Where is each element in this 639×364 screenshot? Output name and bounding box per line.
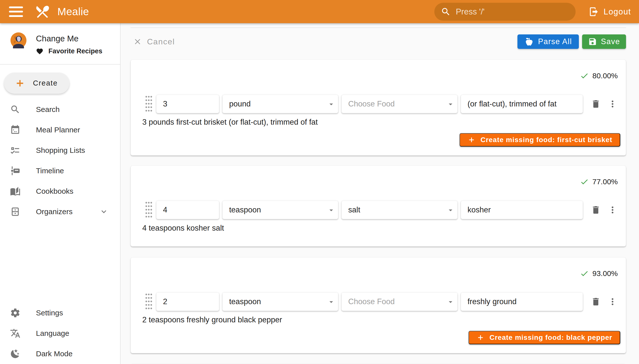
menu-down-icon <box>327 100 335 108</box>
plus-icon <box>468 136 476 144</box>
sidebar-item-language[interactable]: Language <box>0 323 120 344</box>
sidebar-item-organizers[interactable]: Organizers <box>0 202 120 222</box>
delete-button[interactable] <box>591 297 601 307</box>
quantity-input[interactable] <box>156 201 219 219</box>
create-label: Create <box>33 79 58 87</box>
logout-label: Logout <box>603 7 631 16</box>
original-ingredient-text: 2 teaspoons freshly ground black pepper <box>142 316 626 324</box>
search-input[interactable] <box>456 7 569 16</box>
plus-icon <box>15 78 26 89</box>
check-icon <box>580 269 589 278</box>
unit-value: teaspoon <box>229 206 261 214</box>
drag-handle-icon[interactable] <box>145 95 153 113</box>
create-missing-food-button[interactable]: Create missing food: first-cut brisket <box>460 133 620 146</box>
drag-handle-icon[interactable] <box>145 201 153 219</box>
confidence-value: 77.00% <box>592 178 618 186</box>
sidebar-item-label: Meal Planner <box>36 126 80 134</box>
more-options-button[interactable] <box>608 205 617 215</box>
food-select[interactable]: Choose Food <box>341 292 458 311</box>
logout-button[interactable]: Logout <box>585 4 634 20</box>
user-name: Change Me <box>36 34 102 44</box>
chevron-down-icon <box>99 207 109 216</box>
search-bar[interactable] <box>434 3 576 21</box>
favorite-recipes-label: Favorite Recipes <box>48 47 102 55</box>
favorite-recipes-link[interactable]: Favorite Recipes <box>36 47 102 55</box>
note-input[interactable] <box>461 292 583 311</box>
kebab-icon <box>608 99 617 109</box>
quantity-input[interactable] <box>156 292 219 311</box>
menu-down-icon <box>327 298 335 306</box>
mealie-logo-icon[interactable] <box>35 4 50 20</box>
create-missing-food-label: Create missing food: black pepper <box>490 334 612 342</box>
confidence-value: 93.00% <box>592 269 618 278</box>
food-value: salt <box>348 206 360 214</box>
check-icon <box>580 177 589 186</box>
sidebar-item-label: Language <box>36 329 69 338</box>
parse-all-label: Parse All <box>538 37 572 46</box>
note-input[interactable] <box>461 95 583 113</box>
unit-select[interactable]: teaspoon <box>223 201 338 219</box>
drawer-icon <box>10 206 21 217</box>
sidebar-item-timeline[interactable]: Timeline <box>0 160 120 181</box>
ingredient-card: 93.00% teaspoon Choose Food <box>131 257 626 353</box>
kebab-icon <box>608 205 617 215</box>
save-icon <box>588 37 597 46</box>
note-input[interactable] <box>461 201 583 219</box>
search-icon <box>441 7 451 17</box>
sidebar-item-dark-mode[interactable]: Dark Mode <box>0 344 120 364</box>
food-select[interactable]: Choose Food <box>341 95 458 113</box>
drag-handle-icon[interactable] <box>145 292 153 311</box>
menu-down-icon <box>446 100 455 108</box>
moon-icon <box>10 348 21 359</box>
quantity-value[interactable] <box>163 100 215 108</box>
sidebar-item-meal-planner[interactable]: Meal Planner <box>0 120 120 140</box>
sidebar-item-cookbooks[interactable]: Cookbooks <box>0 181 120 202</box>
delete-button[interactable] <box>591 205 601 215</box>
app-bar: Mealie Logout <box>0 0 639 23</box>
checklist-icon <box>10 145 21 156</box>
note-value[interactable] <box>468 100 579 108</box>
logout-icon <box>589 6 599 17</box>
sidebar-item-shopping-lists[interactable]: Shopping Lists <box>0 140 120 160</box>
menu-icon[interactable] <box>9 6 23 17</box>
quantity-value[interactable] <box>163 297 215 306</box>
quantity-value[interactable] <box>163 206 215 214</box>
menu-down-icon <box>446 206 455 214</box>
magnify-icon <box>10 104 21 115</box>
sidebar: Change Me Favorite Recipes Create <box>0 23 121 364</box>
menu-down-icon <box>446 298 455 306</box>
note-value[interactable] <box>468 297 579 306</box>
create-button[interactable]: Create <box>4 72 69 94</box>
main-content: Cancel Parse All Save 80 <box>121 23 639 364</box>
content-top-divider <box>131 28 626 28</box>
sidebar-item-label: Timeline <box>36 166 64 175</box>
sidebar-item-search[interactable]: Search <box>0 99 120 120</box>
apple-icon <box>524 37 534 46</box>
quantity-input[interactable] <box>156 95 219 113</box>
kebab-icon <box>608 297 617 306</box>
sidebar-item-label: Organizers <box>36 208 73 216</box>
ingredient-fields-row: teaspoon salt <box>131 201 626 219</box>
save-button[interactable]: Save <box>582 34 626 49</box>
check-icon <box>580 71 589 80</box>
more-options-button[interactable] <box>608 99 617 109</box>
delete-button[interactable] <box>591 99 601 109</box>
unit-value: teaspoon <box>229 297 261 306</box>
create-missing-food-button[interactable]: Create missing food: black pepper <box>469 331 620 344</box>
unit-select[interactable]: teaspoon <box>223 292 338 311</box>
unit-select[interactable]: pound <box>223 95 338 113</box>
gear-icon <box>10 308 21 318</box>
note-value[interactable] <box>468 206 579 214</box>
heart-icon <box>36 48 44 55</box>
food-select[interactable]: salt <box>341 201 458 219</box>
trash-icon <box>591 99 601 109</box>
parse-all-button[interactable]: Parse All <box>517 34 579 49</box>
save-label: Save <box>601 37 620 46</box>
sidebar-item-settings[interactable]: Settings <box>0 303 120 323</box>
more-options-button[interactable] <box>608 297 617 306</box>
cancel-button[interactable]: Cancel <box>131 36 177 48</box>
confidence-row: 77.00% <box>131 166 626 186</box>
food-value: Choose Food <box>348 297 395 306</box>
avatar[interactable] <box>11 32 27 48</box>
book-icon <box>10 186 21 196</box>
